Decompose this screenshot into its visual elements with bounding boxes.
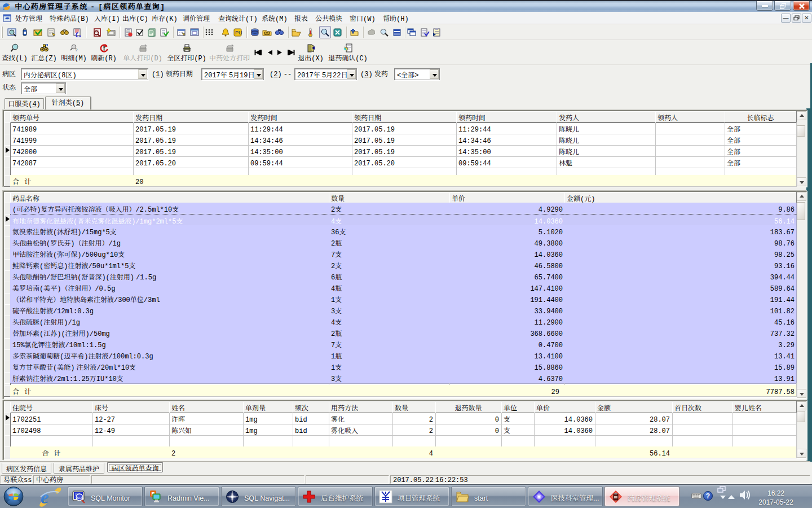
svg-text:SQL: SQL bbox=[77, 496, 85, 500]
svg-text:?: ? bbox=[75, 47, 78, 52]
svg-text:e: e bbox=[41, 487, 49, 507]
svg-text:PU: PU bbox=[235, 30, 242, 36]
